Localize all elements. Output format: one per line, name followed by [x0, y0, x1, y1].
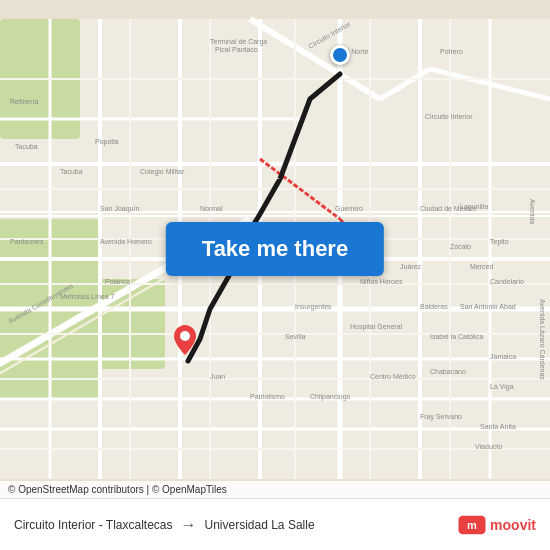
- moovit-logo: m moovit: [458, 514, 536, 536]
- svg-text:Popotla: Popotla: [95, 138, 119, 146]
- svg-text:Metrobús Línea 7: Metrobús Línea 7: [60, 293, 115, 300]
- svg-text:Polanco: Polanco: [105, 278, 130, 285]
- svg-text:Guerrero: Guerrero: [335, 205, 363, 212]
- svg-text:Refinería: Refinería: [10, 98, 39, 105]
- svg-text:Circuito Interior: Circuito Interior: [425, 113, 473, 120]
- svg-text:Hospital General: Hospital General: [350, 323, 403, 331]
- svg-text:Lagunilla: Lagunilla: [460, 203, 488, 211]
- svg-text:San Antonio Abad: San Antonio Abad: [460, 303, 516, 310]
- map-attribution: © OpenStreetMap contributors | © OpenMap…: [0, 481, 550, 498]
- app: Circuito Interior Avenida Constituyentes…: [0, 0, 550, 550]
- svg-point-84: [180, 331, 190, 341]
- map-container: Circuito Interior Avenida Constituyentes…: [0, 0, 550, 498]
- svg-text:Avenida Homero: Avenida Homero: [100, 238, 152, 245]
- svg-text:Insurgentes: Insurgentes: [295, 303, 332, 311]
- svg-text:Tepito: Tepito: [490, 238, 509, 246]
- svg-text:Tacuba: Tacuba: [15, 143, 38, 150]
- svg-text:Normal: Normal: [200, 205, 223, 212]
- svg-text:Centro Médico: Centro Médico: [370, 373, 416, 380]
- svg-text:Chilpancingo: Chilpancingo: [310, 393, 351, 401]
- svg-text:La Viga: La Viga: [490, 383, 514, 391]
- moovit-brand-text: moovit: [490, 517, 536, 533]
- svg-text:Isabel la Católica: Isabel la Católica: [430, 333, 483, 340]
- svg-text:Juan: Juan: [210, 373, 225, 380]
- route-info: Circuito Interior - Tlaxcaltecas → Unive…: [14, 516, 458, 534]
- svg-text:Niños Héroes: Niños Héroes: [360, 278, 403, 285]
- svg-text:Juárez: Juárez: [400, 263, 422, 270]
- svg-text:Jamaica: Jamaica: [490, 353, 516, 360]
- origin-label: Circuito Interior - Tlaxcaltecas: [14, 518, 173, 532]
- svg-text:Candelario: Candelario: [490, 278, 524, 285]
- end-marker: [174, 325, 196, 359]
- svg-text:Potrero: Potrero: [440, 48, 463, 55]
- svg-text:Chabacano: Chabacano: [430, 368, 466, 375]
- svg-text:Fray Servano: Fray Servano: [420, 413, 462, 421]
- svg-text:m: m: [467, 519, 477, 531]
- svg-text:Zócalo: Zócalo: [450, 243, 471, 250]
- svg-text:Balderas: Balderas: [420, 303, 448, 310]
- svg-text:Pical Pantaco: Pical Pantaco: [215, 46, 258, 53]
- svg-text:Patriotismo: Patriotismo: [250, 393, 285, 400]
- svg-text:Tacuba: Tacuba: [60, 168, 83, 175]
- bottom-bar: Circuito Interior - Tlaxcaltecas → Unive…: [0, 498, 550, 550]
- svg-text:Avenida Lázaro Cárdenas: Avenida Lázaro Cárdenas: [539, 299, 546, 380]
- svg-text:Viaducto: Viaducto: [475, 443, 502, 450]
- svg-text:Terminal de Carga: Terminal de Carga: [210, 38, 267, 46]
- start-marker: [330, 45, 350, 65]
- svg-text:Panteones: Panteones: [10, 238, 44, 245]
- svg-text:Avenida: Avenida: [529, 199, 536, 224]
- arrow-icon: →: [181, 516, 197, 534]
- svg-text:Sevilla: Sevilla: [285, 333, 306, 340]
- svg-text:Colegio Militar: Colegio Militar: [140, 168, 185, 176]
- svg-text:San Joaquín: San Joaquín: [100, 205, 139, 213]
- take-me-there-button[interactable]: Take me there: [166, 222, 384, 276]
- moovit-icon: m: [458, 514, 486, 536]
- destination-label: Universidad La Salle: [205, 518, 315, 532]
- svg-text:Santa Anita: Santa Anita: [480, 423, 516, 430]
- svg-text:Merced: Merced: [470, 263, 493, 270]
